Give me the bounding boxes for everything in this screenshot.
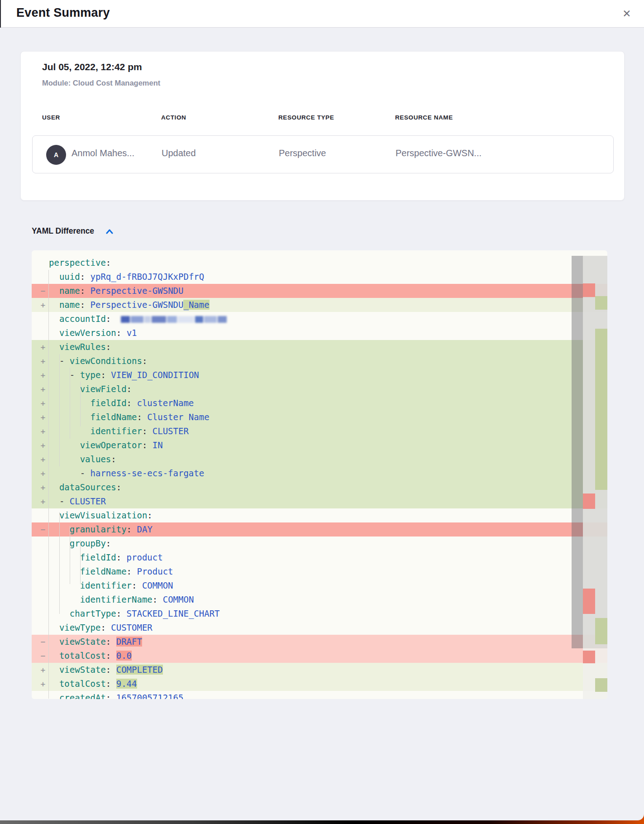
indent-guide	[48, 270, 49, 699]
diff-added-sign: +	[38, 396, 48, 410]
diff-line-add: + values:	[32, 452, 607, 466]
diff-line-add: + viewRules:	[32, 340, 607, 354]
event-summary-card: Jul 05, 2022, 12:42 pm Module: Cloud Cos…	[20, 51, 625, 201]
code-line: uuid: ypRq_d-fRBOJ7QJKxPDfrQ	[32, 270, 607, 284]
page-title: Event Summary	[16, 6, 110, 20]
diff-added-sign: +	[38, 368, 48, 382]
yaml-difference-label: YAML Difference	[32, 226, 94, 236]
editor-scrollbar-thumb[interactable]	[572, 256, 583, 648]
diff-removed-sign: −	[38, 284, 48, 298]
diff-line-add: + fieldName: Cluster Name	[32, 410, 607, 424]
code-line: fieldId: product	[32, 551, 607, 565]
diff-line-add: + viewOperator: IN	[32, 438, 607, 452]
diff-line-del: − name: Perspective-GWSNDU	[32, 284, 607, 298]
code-line: chartType: STACKED_LINE_CHART	[32, 607, 607, 621]
column-header-action: ACTION	[161, 114, 186, 121]
code-line: identifierName: COMMON	[32, 593, 607, 607]
column-header-resource-name: RESOURCE NAME	[395, 114, 453, 121]
diff-line-del: − granularity: DAY	[32, 522, 607, 537]
minimap-added-mark	[595, 296, 607, 310]
diff-added-sign: +	[38, 494, 48, 508]
diff-added-sign: +	[38, 298, 48, 312]
yaml-diff-editor[interactable]: perspective: uuid: ypRq_d-fRBOJ7QJKxPDfr…	[32, 250, 607, 699]
diff-line-add-light: + name: Perspective-GWSNDU_Name	[32, 298, 607, 312]
minimap-added-mark	[595, 329, 607, 490]
code-line: fieldName: Product	[32, 565, 607, 579]
diff-added-sign: +	[38, 466, 48, 480]
code-line: groupBy:	[32, 537, 607, 551]
diff-line-add: + dataSources:	[32, 480, 607, 494]
diff-added-sign: +	[38, 663, 48, 677]
indent-guide	[70, 526, 70, 584]
minimap-removed-mark	[583, 589, 595, 614]
diff-line-del-light: − viewState: DRAFT	[32, 635, 607, 649]
modal-header: Event Summary ✕	[0, 0, 644, 28]
diff-line-add: + - viewConditions:	[32, 354, 607, 368]
column-header-user: USER	[42, 114, 60, 121]
diff-line-add: + fieldId: clusterName	[32, 396, 607, 410]
indent-guide	[70, 368, 70, 439]
diff-line-add: + - CLUSTER	[32, 494, 607, 508]
header-left-edge	[0, 0, 1, 28]
event-module: Module: Cloud Cost Management	[42, 79, 160, 87]
table-row[interactable]: A Anmol Mahes... Updated Perspective Per…	[32, 135, 614, 173]
code-line: accountId:	[32, 312, 607, 326]
code-line: viewVersion: v1	[32, 326, 607, 340]
cell-resource-name: Perspective-GWSN...	[396, 148, 482, 158]
diff-added-sign: +	[38, 677, 48, 691]
diff-added-sign: +	[38, 452, 48, 466]
diff-line-add-light: + totalCost: 9.44	[32, 677, 607, 691]
redacted-account-id	[121, 316, 228, 323]
close-icon[interactable]: ✕	[620, 6, 634, 21]
minimap-removed-mark	[583, 651, 595, 663]
indent-guide	[80, 540, 81, 584]
code-line: identifier: COMMON	[32, 579, 607, 593]
indent-guide	[59, 512, 60, 614]
diff-removed-sign: −	[38, 649, 48, 663]
minimap-added-mark	[595, 618, 607, 644]
diff-removed-sign: −	[38, 635, 48, 649]
diff-added-sign: +	[38, 410, 48, 424]
event-timestamp: Jul 05, 2022, 12:42 pm	[42, 62, 142, 72]
diff-line-del-light: − totalCost: 0.0	[32, 649, 607, 663]
diff-added-sign: +	[38, 354, 48, 368]
event-summary-modal: Event Summary ✕ Jul 05, 2022, 12:42 pm M…	[0, 0, 644, 820]
diff-removed-sign: −	[38, 522, 48, 537]
diff-line-add: + - type: VIEW_ID_CONDITION	[32, 368, 607, 382]
diff-added-sign: +	[38, 480, 48, 494]
column-header-resource-type: RESOURCE TYPE	[278, 114, 334, 121]
diff-line-add: + - harness-se-ecs-fargate	[32, 466, 607, 480]
minimap-added-mark	[595, 678, 607, 692]
cell-resource-type: Perspective	[279, 148, 326, 158]
diff-added-sign: +	[38, 340, 48, 354]
code-line: viewVisualization:	[32, 508, 607, 522]
avatar: A	[46, 145, 66, 165]
chevron-up-icon[interactable]	[105, 228, 114, 236]
indent-guide	[59, 354, 60, 466]
diff-added-sign: +	[38, 424, 48, 438]
code-line: perspective:	[32, 256, 607, 270]
diff-added-sign: +	[38, 438, 48, 452]
minimap-removed-mark	[583, 493, 595, 509]
cell-user: Anmol Mahes...	[72, 148, 134, 158]
code-line: viewType: CUSTOMER	[32, 621, 607, 635]
avatar-status-dot	[65, 145, 69, 149]
minimap-removed-mark	[583, 283, 595, 297]
diff-line-add: + identifier: CLUSTER	[32, 424, 607, 438]
diff-added-sign: +	[38, 382, 48, 396]
code-line: createdAt: 1657005712165	[32, 691, 607, 699]
cell-action: Updated	[162, 148, 196, 158]
diff-line-add: + viewField:	[32, 382, 607, 396]
diff-line-add-light: + viewState: COMPLETED	[32, 663, 607, 677]
indent-guide	[80, 382, 81, 426]
